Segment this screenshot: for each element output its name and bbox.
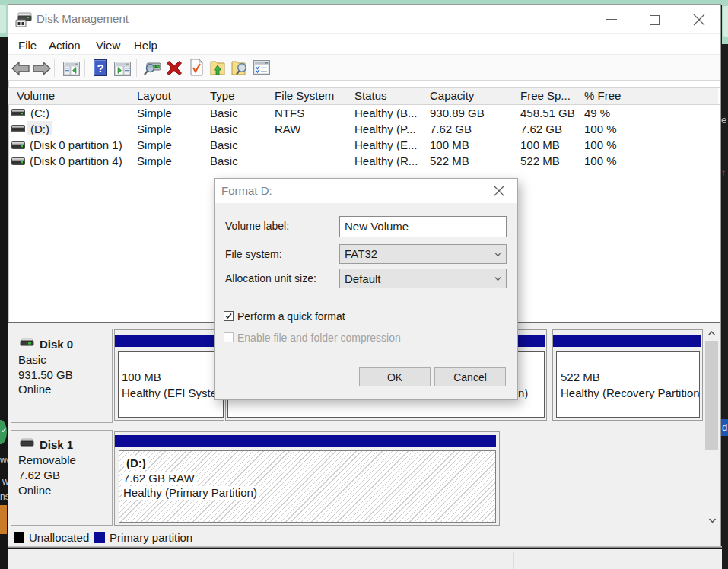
svg-text:?: ? <box>97 62 103 75</box>
